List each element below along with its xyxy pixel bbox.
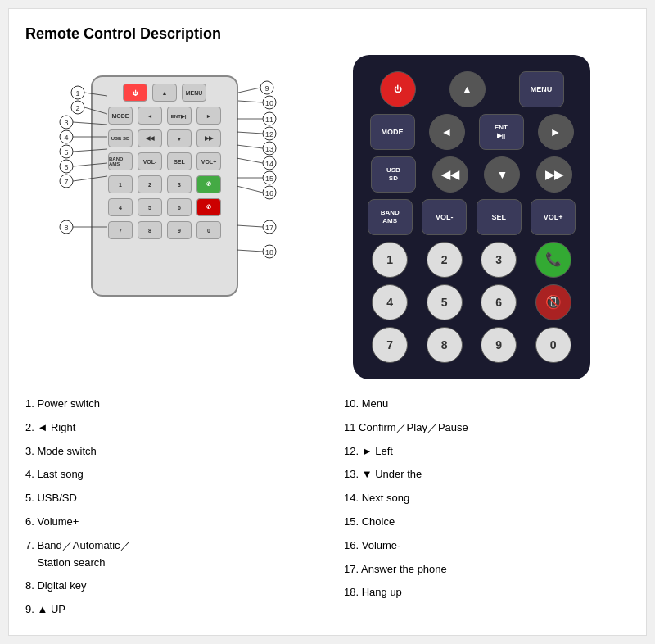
s-right: ► <box>196 107 221 125</box>
svg-point-12 <box>60 145 73 158</box>
page-title: Remote Control Description <box>25 25 630 43</box>
usb-sd-button[interactable]: USBSD <box>371 156 416 193</box>
vol-minus-button[interactable]: VOL- <box>422 199 467 235</box>
remote-row-7: 7 8 9 0 <box>365 327 578 363</box>
s-8: 8 <box>138 221 162 239</box>
power-button[interactable]: ⏻ <box>380 71 416 107</box>
svg-point-3 <box>71 101 84 114</box>
s-mode: MODE <box>108 107 133 125</box>
vol-plus-button[interactable]: VOL+ <box>531 199 576 235</box>
svg-line-53 <box>237 250 263 252</box>
s-down: ▼ <box>167 129 192 147</box>
desc-6: 6. Volume+ <box>25 514 311 531</box>
desc-1: 1. Power switch <box>25 396 311 413</box>
num-5-button[interactable]: 5 <box>427 284 463 320</box>
num-6-button[interactable]: 6 <box>481 284 517 320</box>
s-5: 5 <box>138 198 162 216</box>
svg-text:15: 15 <box>265 175 273 183</box>
next-button[interactable]: ▶▶ <box>536 156 572 193</box>
svg-line-35 <box>237 132 263 134</box>
s-ent: ENT▶|| <box>167 107 192 125</box>
svg-point-45 <box>263 186 276 199</box>
s-call: ✆ <box>196 175 221 193</box>
num-4-button[interactable]: 4 <box>372 284 408 320</box>
s-6: 6 <box>167 198 192 216</box>
description-section: 1. Power switch 2. ◄ Right 3. Mode switc… <box>25 396 630 625</box>
top-section: ⏻ ▲ MENU MODE ◄ ENT▶|| ► USB SD ◀◀ <box>25 55 630 379</box>
s-up: ▲ <box>152 84 177 102</box>
s-volminus: VOL- <box>138 152 162 170</box>
svg-text:5: 5 <box>64 148 68 156</box>
svg-text:10: 10 <box>265 99 273 107</box>
svg-text:13: 13 <box>265 145 273 153</box>
num-9-button[interactable]: 9 <box>481 327 517 363</box>
desc-col-left: 1. Power switch 2. ◄ Right 3. Mode switc… <box>25 396 311 625</box>
remote-row-6: 4 5 6 📵 <box>365 284 578 320</box>
desc-4: 4. Last song <box>25 466 311 483</box>
desc-12: 12. ► Left <box>344 443 630 460</box>
num-7-button[interactable]: 7 <box>372 327 408 363</box>
svg-point-36 <box>263 142 276 155</box>
desc-10: 10. Menu <box>344 396 630 413</box>
desc-9: 9. ▲ UP <box>25 601 311 619</box>
svg-point-42 <box>263 171 276 184</box>
svg-text:12: 12 <box>265 130 273 138</box>
svg-point-39 <box>263 156 276 170</box>
svg-point-27 <box>263 96 276 109</box>
svg-text:8: 8 <box>64 224 68 232</box>
svg-text:3: 3 <box>64 119 68 127</box>
num-1-button[interactable]: 1 <box>372 242 408 278</box>
remote-row-2: MODE ◄ ENT▶|| ► <box>365 114 578 150</box>
desc-5: 5. USB/SD <box>25 490 311 507</box>
s-7: 7 <box>108 221 133 239</box>
up-button[interactable]: ▲ <box>449 71 486 107</box>
s-prev: ◀◀ <box>138 129 162 147</box>
svg-point-6 <box>60 116 73 129</box>
desc-15: 15. Choice <box>344 514 630 531</box>
answer-button[interactable]: 📞 <box>535 242 571 278</box>
svg-text:18: 18 <box>265 248 273 256</box>
svg-line-47 <box>237 186 263 193</box>
s-menu: MENU <box>182 84 206 102</box>
svg-point-51 <box>263 245 276 258</box>
ent-button[interactable]: ENT▶|| <box>479 114 524 150</box>
desc-17: 17. Answer the phone <box>344 561 630 578</box>
num-3-button[interactable]: 3 <box>481 242 517 278</box>
svg-text:1: 1 <box>75 89 79 98</box>
s-1: 1 <box>108 175 133 193</box>
s-next: ▶▶ <box>196 129 221 147</box>
main-container: Remote Control Description ⏻ ▲ MENU MODE… <box>8 8 647 636</box>
left-button[interactable]: ◄ <box>429 114 465 150</box>
diagram-area: ⏻ ▲ MENU MODE ◄ ENT▶|| ► USB SD ◀◀ <box>25 55 337 379</box>
svg-text:14: 14 <box>265 160 273 168</box>
menu-button[interactable]: MENU <box>519 71 564 107</box>
band-button[interactable]: BANDAMS <box>368 199 413 235</box>
prev-button[interactable]: ◀◀ <box>432 156 468 193</box>
s-2: 2 <box>138 175 162 193</box>
down-button[interactable]: ▼ <box>484 156 520 193</box>
svg-text:17: 17 <box>265 224 273 232</box>
remote-row-1: ⏻ ▲ MENU <box>365 71 578 107</box>
svg-point-48 <box>263 220 276 234</box>
s-0: 0 <box>196 221 221 239</box>
desc-14: 14. Next song <box>344 490 630 507</box>
svg-line-26 <box>238 88 260 93</box>
right-button[interactable]: ► <box>538 114 574 150</box>
svg-text:16: 16 <box>265 189 273 197</box>
hangup-button[interactable]: 📵 <box>535 284 571 320</box>
svg-point-0 <box>71 86 84 99</box>
svg-point-15 <box>60 160 73 173</box>
desc-3: 3. Mode switch <box>25 443 311 460</box>
num-0-button[interactable]: 0 <box>535 327 571 363</box>
svg-point-30 <box>263 112 276 125</box>
num-2-button[interactable]: 2 <box>427 242 463 278</box>
mode-button[interactable]: MODE <box>370 114 415 150</box>
schematic-remote: ⏻ ▲ MENU MODE ◄ ENT▶|| ► USB SD ◀◀ <box>91 75 238 297</box>
sel-button[interactable]: SEL <box>477 199 522 235</box>
num-8-button[interactable]: 8 <box>427 327 463 363</box>
diagram-wrapper: ⏻ ▲ MENU MODE ◄ ENT▶|| ► USB SD ◀◀ <box>25 55 304 309</box>
svg-line-41 <box>237 158 263 163</box>
remote-row-4: BANDAMS VOL- SEL VOL+ <box>365 199 578 235</box>
svg-text:11: 11 <box>265 116 273 124</box>
svg-text:9: 9 <box>264 84 269 93</box>
